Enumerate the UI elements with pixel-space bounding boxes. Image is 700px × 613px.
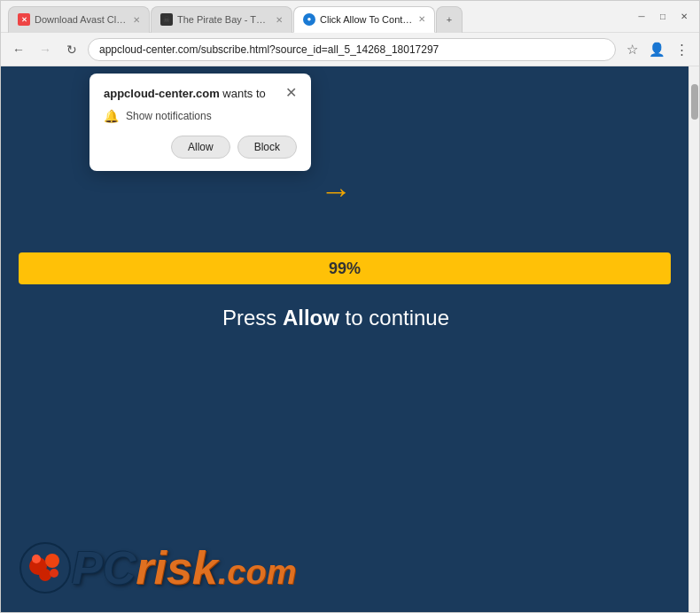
menu-icon[interactable]: ⋮	[671, 39, 692, 60]
tab-1[interactable]: ✕ Download Avast Cleanup & Bo ✕	[8, 6, 150, 33]
back-button[interactable]: ←	[8, 39, 29, 60]
message-bold: Allow	[283, 306, 339, 330]
allow-button[interactable]: Allow	[171, 136, 230, 159]
progress-bar: 99%	[19, 252, 671, 284]
profile-icon[interactable]: 👤	[646, 39, 667, 60]
address-bar: ← → ↻ ☆ 👤 ⋮	[1, 33, 699, 66]
pcrisk-logo-icon	[19, 541, 72, 594]
pcrisk-logo: PC risk .com	[19, 541, 296, 594]
popup-buttons: Allow Block	[104, 136, 297, 159]
scrollbar[interactable]	[688, 66, 699, 612]
pcrisk-risk-text: risk	[136, 541, 218, 594]
reload-button[interactable]: ↻	[61, 39, 82, 60]
window-controls: ─ □ ✕	[634, 9, 692, 25]
arrow-indicator: ←	[320, 173, 352, 210]
tab-3[interactable]: ● Click Allow To Continue - ✕	[293, 6, 435, 33]
bookmark-icon[interactable]: ☆	[621, 39, 642, 60]
svg-point-4	[32, 555, 41, 563]
pcrisk-com-text: .com	[218, 554, 297, 592]
forward-button[interactable]: →	[35, 39, 56, 60]
tab2-label: The Pirate Bay - The galaxy's m	[177, 14, 271, 25]
popup-header: appcloud-center.com wants to ✕	[104, 86, 297, 100]
tab3-close[interactable]: ✕	[418, 14, 425, 24]
address-input[interactable]	[88, 38, 616, 61]
maximize-button[interactable]: □	[655, 9, 671, 25]
block-button[interactable]: Block	[237, 136, 297, 159]
svg-point-5	[50, 569, 58, 578]
scrollbar-thumb[interactable]	[691, 84, 698, 120]
progress-text: 99%	[329, 260, 361, 278]
tab2-close[interactable]: ✕	[276, 15, 283, 25]
tab3-label: Click Allow To Continue -	[320, 14, 414, 25]
tab-2[interactable]: ☠ The Pirate Bay - The galaxy's m ✕	[151, 6, 292, 33]
popup-wants: wants to	[220, 87, 266, 100]
popup-description: Show notifications	[126, 110, 212, 122]
tab1-close[interactable]: ✕	[133, 15, 140, 25]
tab1-favicon: ✕	[18, 13, 30, 26]
new-tab-icon: +	[447, 14, 452, 25]
svg-point-3	[39, 569, 51, 581]
minimize-button[interactable]: ─	[634, 9, 649, 25]
popup-close-button[interactable]: ✕	[285, 86, 297, 100]
browser-window: ✕ Download Avast Cleanup & Bo ✕ ☠ The Pi…	[0, 0, 700, 613]
notification-popup: appcloud-center.com wants to ✕ 🔔 Show no…	[89, 74, 311, 171]
bell-icon: 🔔	[104, 109, 119, 123]
message-suffix: to continue	[339, 306, 449, 330]
popup-site: appcloud-center.com	[104, 87, 220, 100]
title-bar: ✕ Download Avast Cleanup & Bo ✕ ☠ The Pi…	[1, 1, 699, 33]
message-prefix: Press	[222, 306, 283, 330]
tab2-favicon: ☠	[160, 13, 173, 26]
toolbar-icons: ☆ 👤 ⋮	[621, 39, 692, 60]
tab1-label: Download Avast Cleanup & Bo	[35, 14, 128, 25]
main-message: Press Allow to continue	[1, 306, 671, 330]
svg-point-2	[45, 554, 59, 568]
page-content: appcloud-center.com wants to ✕ 🔔 Show no…	[1, 66, 699, 612]
popup-notification-row: 🔔 Show notifications	[104, 109, 297, 123]
tab3-favicon: ●	[303, 13, 315, 26]
new-tab-button[interactable]: +	[436, 6, 463, 33]
tab-strip: ✕ Download Avast Cleanup & Bo ✕ ☠ The Pi…	[8, 1, 626, 33]
progress-container: 99%	[19, 252, 671, 284]
popup-title: appcloud-center.com wants to	[104, 87, 266, 100]
close-button[interactable]: ✕	[676, 9, 692, 25]
pcrisk-text-group: PC risk .com	[72, 541, 296, 594]
pcrisk-pc-text: PC	[72, 541, 136, 594]
